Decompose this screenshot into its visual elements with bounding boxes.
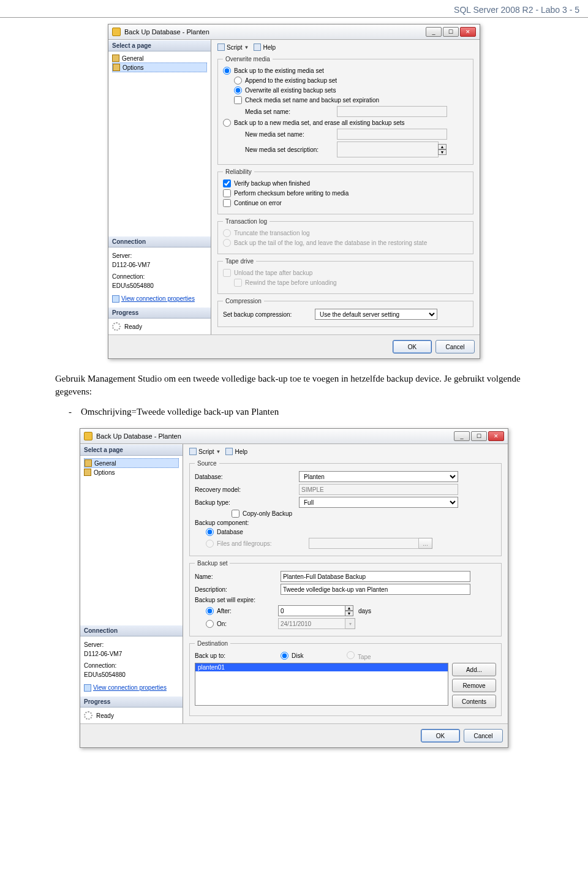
help-button[interactable]: Help <box>254 43 276 51</box>
page-general-label: General <box>94 460 116 467</box>
server-value: D112-06-VM7 <box>112 260 207 270</box>
backup-type-select[interactable]: Full <box>299 497 458 508</box>
progress-status: Ready <box>96 712 114 719</box>
connection-header: Connection <box>80 625 183 636</box>
media-set-name-label: Media set name: <box>245 108 337 115</box>
check-copy-only[interactable] <box>232 510 239 518</box>
radio-truncate-log <box>223 229 231 237</box>
destination-list-item[interactable]: planten01 <box>195 663 448 671</box>
radio-component-db[interactable] <box>206 528 214 536</box>
window-title: Back Up Database - Planten <box>124 28 209 36</box>
remove-button[interactable]: Remove <box>452 679 496 692</box>
script-icon <box>189 448 197 455</box>
add-button[interactable]: Add... <box>452 663 496 676</box>
source-group: Source Database: Planten Recovery model:… <box>189 460 502 556</box>
database-label: Database: <box>195 474 299 480</box>
connection-header: Connection <box>108 236 211 247</box>
select-page-header: Select a page <box>80 444 183 456</box>
check-continue-error[interactable] <box>223 199 231 207</box>
expire-label: Backup set will expire: <box>195 597 255 603</box>
check-unload-tape-label: Unload the tape after backup <box>234 270 312 276</box>
check-checksum-label: Perform checksum before writing to media <box>234 190 349 197</box>
radio-expire-after[interactable] <box>206 607 214 615</box>
connection-label: Connection: <box>112 272 207 281</box>
page-icon <box>85 459 92 467</box>
tape-drive-group: Tape drive Unload the tape after backup … <box>217 258 473 294</box>
spin-up-button[interactable]: ▲ <box>345 605 353 611</box>
radio-backup-existing[interactable] <box>223 67 231 75</box>
new-media-name-input <box>337 129 447 140</box>
overwrite-media-group: Overwrite media Back up to the existing … <box>217 56 473 165</box>
radio-component-fg-label: Files and filegroups: <box>217 540 309 547</box>
window-title: Back Up Database - Planten <box>96 432 181 440</box>
page-general[interactable]: General <box>84 458 179 468</box>
doc-page-header: SQL Server 2008 R2 - Labo 3 - 5 <box>0 0 588 18</box>
page-options[interactable]: Options <box>112 62 207 72</box>
recovery-input <box>299 484 458 495</box>
script-button[interactable]: Script ▼ <box>217 43 249 51</box>
radio-append-existing-label: Append to the existing backup set <box>245 77 337 84</box>
compression-select[interactable]: Use the default server setting <box>315 309 437 320</box>
help-icon <box>254 43 261 51</box>
doc-bullet: - Omschrijving=Tweede volledige back-up … <box>13 402 588 422</box>
backup-to-label: Back up to: <box>195 652 281 659</box>
backup-set-group: Backup set Name: Description: Backup set… <box>189 560 502 636</box>
radio-append-existing[interactable] <box>234 77 242 85</box>
check-verify-label: Verify backup when finished <box>234 180 310 187</box>
minimize-button[interactable]: _ <box>426 27 442 37</box>
desc-scroll-up: ▲ <box>438 144 447 149</box>
desc-input[interactable] <box>281 584 470 595</box>
page-icon <box>113 64 120 71</box>
backup-dialog-options: Back Up Database - Planten _ ☐ ✕ Select … <box>108 24 480 359</box>
ok-button[interactable]: OK <box>421 729 460 742</box>
database-select[interactable]: Planten <box>299 471 458 482</box>
component-label: Backup component: <box>195 519 249 526</box>
close-button[interactable]: ✕ <box>488 431 504 441</box>
help-label: Help <box>263 44 276 51</box>
contents-button[interactable]: Contents <box>452 695 496 708</box>
maximize-button[interactable]: ☐ <box>443 27 459 37</box>
app-icon <box>112 28 121 36</box>
titlebar: Back Up Database - Planten _ ☐ ✕ <box>80 429 508 444</box>
ok-button[interactable]: OK <box>393 340 432 353</box>
server-value: D112-06-VM7 <box>84 649 179 659</box>
radio-expire-on-label: On: <box>217 621 278 627</box>
connection-info: Server: D112-06-VM7 Connection: EDU\s505… <box>80 636 183 696</box>
titlebar: Back Up Database - Planten _ ☐ ✕ <box>108 25 480 40</box>
radio-disk[interactable] <box>281 652 288 660</box>
cancel-button[interactable]: Cancel <box>435 340 475 353</box>
overwrite-media-legend: Overwrite media <box>223 56 273 62</box>
expire-on-input <box>278 618 345 629</box>
help-button[interactable]: Help <box>225 448 247 455</box>
spinner-icon <box>112 322 121 331</box>
script-button[interactable]: Script ▼ <box>189 448 221 455</box>
date-dropdown-button: ▾ <box>345 618 355 629</box>
after-days-input[interactable] <box>278 605 345 616</box>
radio-truncate-log-label: Truncate the transaction log <box>234 230 310 236</box>
cancel-button[interactable]: Cancel <box>464 729 503 742</box>
check-media-name[interactable] <box>234 96 242 104</box>
check-verify[interactable] <box>223 179 231 187</box>
minimize-button[interactable]: _ <box>454 431 470 441</box>
view-connection-link[interactable]: View connection properties <box>93 684 167 691</box>
radio-overwrite-all[interactable] <box>234 86 242 94</box>
radio-expire-on[interactable] <box>206 620 214 628</box>
check-rewind-tape-label: Rewind the tape before unloading <box>245 279 337 286</box>
reliability-legend: Reliability <box>223 168 254 175</box>
radio-new-media-erase[interactable] <box>223 119 231 127</box>
spinner-icon <box>84 711 92 720</box>
page-options[interactable]: Options <box>84 468 179 477</box>
close-button[interactable]: ✕ <box>460 27 476 37</box>
days-label: days <box>358 608 371 614</box>
spin-down-button[interactable]: ▼ <box>345 611 353 616</box>
help-icon <box>225 448 233 455</box>
view-connection-link[interactable]: View connection properties <box>121 295 195 302</box>
destination-listbox[interactable]: planten01 <box>195 663 448 706</box>
page-general[interactable]: General <box>112 54 207 62</box>
check-checksum[interactable] <box>223 189 231 197</box>
name-input[interactable] <box>281 571 470 582</box>
check-media-name-label: Check media set name and backup set expi… <box>245 97 379 104</box>
maximize-button[interactable]: ☐ <box>471 431 487 441</box>
backup-dialog-general: Back Up Database - Planten _ ☐ ✕ Select … <box>80 428 508 748</box>
page-general-label: General <box>122 55 144 62</box>
